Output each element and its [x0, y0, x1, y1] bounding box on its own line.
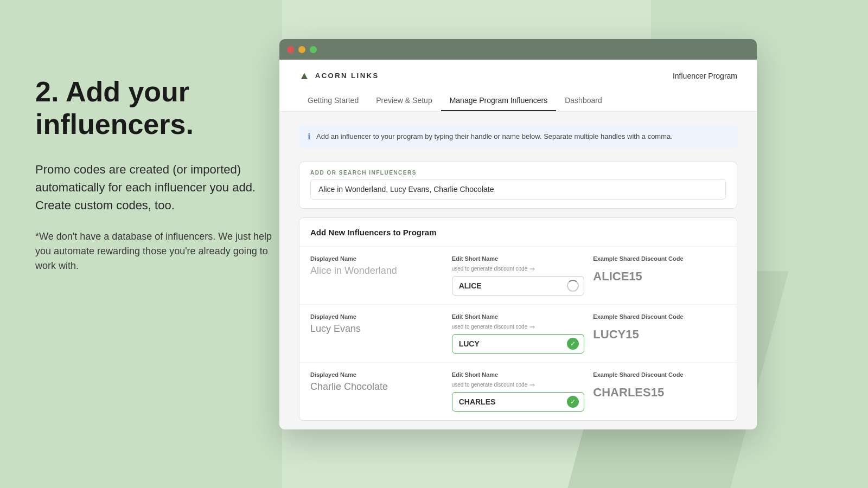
- discount-col-charlie: Example Shared Discount Code CHARLES15: [593, 371, 726, 400]
- short-name-label-lucy: Edit Short Name: [452, 313, 585, 320]
- discount-label-lucy: Example Shared Discount Code: [593, 313, 726, 320]
- short-name-sublabel-alice: used to generate discount code ⇒: [452, 265, 585, 273]
- charlie-name: Charlie Chocolate: [310, 381, 443, 393]
- spinner-icon-alice: [567, 280, 579, 292]
- search-input[interactable]: [310, 179, 726, 200]
- short-name-sublabel-lucy: used to generate discount code ⇒: [452, 323, 585, 331]
- short-name-col-alice: Edit Short Name used to generate discoun…: [452, 255, 585, 296]
- discount-label-charlie: Example Shared Discount Code: [593, 371, 726, 378]
- displayed-name-label-charlie: Displayed Name: [310, 371, 443, 378]
- short-name-input-charlie[interactable]: [452, 392, 585, 412]
- info-text: Add an influencer to your program by typ…: [316, 131, 673, 142]
- alice-name: Alice in Wonderland: [310, 265, 443, 277]
- close-button[interactable]: [287, 46, 294, 53]
- brand-name: ACORN LINKS: [315, 72, 379, 80]
- check-icon-lucy: ✓: [567, 338, 579, 350]
- short-name-input-lucy[interactable]: [452, 334, 585, 354]
- table-row: Displayed Name Charlie Chocolate Edit Sh…: [299, 363, 737, 420]
- brand: ▲ ACORN LINKS: [299, 69, 379, 82]
- panel-header: Add New Influencers to Program: [299, 218, 737, 247]
- left-heading: 2. Add your influencers.: [35, 76, 274, 141]
- tab-getting-started[interactable]: Getting Started: [299, 91, 367, 111]
- panel-title: Add New Influencers to Program: [310, 228, 437, 237]
- left-panel: 2. Add your influencers. Promo codes are…: [35, 76, 274, 288]
- tab-manage-influencers[interactable]: Manage Program Influencers: [441, 91, 557, 111]
- app-header: ▲ ACORN LINKS Influencer Program Getting…: [279, 60, 757, 112]
- check-icon-charlie: ✓: [567, 396, 579, 408]
- alice-code: ALICE15: [593, 265, 726, 284]
- lucy-code: LUCY15: [593, 323, 726, 342]
- displayed-name-label: Displayed Name: [310, 255, 443, 262]
- info-banner: ℹ Add an influencer to your program by t…: [299, 125, 737, 149]
- app-content: ▲ ACORN LINKS Influencer Program Getting…: [279, 60, 757, 429]
- browser-window: ▲ ACORN LINKS Influencer Program Getting…: [279, 39, 757, 429]
- arrow-icon-lucy: ⇒: [529, 323, 535, 331]
- discount-label-alice: Example Shared Discount Code: [593, 255, 726, 262]
- info-icon: ℹ: [308, 132, 311, 142]
- influencers-panel: Add New Influencers to Program Displayed…: [299, 217, 737, 421]
- short-name-input-alice[interactable]: [452, 276, 585, 296]
- brand-icon: ▲: [299, 69, 310, 82]
- displayed-name-col-lucy: Displayed Name Lucy Evans: [310, 313, 443, 335]
- search-input-wrap: [299, 179, 737, 208]
- search-label: ADD OR SEARCH INFLUENCERS: [299, 162, 737, 179]
- maximize-button[interactable]: [310, 46, 317, 53]
- main-area: ℹ Add an influencer to your program by t…: [279, 112, 757, 429]
- left-footnote: *We don't have a database of influencers…: [35, 229, 274, 273]
- short-name-sublabel-charlie: used to generate discount code ⇒: [452, 381, 585, 389]
- short-name-label-charlie: Edit Short Name: [452, 371, 585, 378]
- tab-preview-setup[interactable]: Preview & Setup: [367, 91, 441, 111]
- arrow-icon-charlie: ⇒: [529, 381, 535, 389]
- short-name-wrap-charlie: ✓: [452, 392, 585, 412]
- left-body: Promo codes are created (or imported) au…: [35, 160, 274, 214]
- displayed-name-col-alice: Displayed Name Alice in Wonderland: [310, 255, 443, 277]
- title-bar: [279, 39, 757, 60]
- app-header-top: ▲ ACORN LINKS Influencer Program: [299, 69, 737, 82]
- short-name-col-charlie: Edit Short Name used to generate discoun…: [452, 371, 585, 412]
- search-section: ADD OR SEARCH INFLUENCERS: [299, 162, 737, 209]
- arrow-icon-alice: ⇒: [529, 265, 535, 273]
- tab-dashboard[interactable]: Dashboard: [556, 91, 611, 111]
- table-row: Displayed Name Lucy Evans Edit Short Nam…: [299, 305, 737, 363]
- short-name-wrap-lucy: ✓: [452, 334, 585, 354]
- discount-col-lucy: Example Shared Discount Code LUCY15: [593, 313, 726, 342]
- table-row: Displayed Name Alice in Wonderland Edit …: [299, 247, 737, 305]
- charlie-code: CHARLES15: [593, 381, 726, 400]
- program-label: Influencer Program: [673, 72, 737, 80]
- short-name-col-lucy: Edit Short Name used to generate discoun…: [452, 313, 585, 354]
- displayed-name-label-lucy: Displayed Name: [310, 313, 443, 320]
- discount-col-alice: Example Shared Discount Code ALICE15: [593, 255, 726, 284]
- minimize-button[interactable]: [298, 46, 305, 53]
- short-name-label-alice: Edit Short Name: [452, 255, 585, 262]
- tab-bar: Getting Started Preview & Setup Manage P…: [299, 91, 737, 111]
- displayed-name-col-charlie: Displayed Name Charlie Chocolate: [310, 371, 443, 393]
- short-name-wrap-alice: [452, 276, 585, 296]
- lucy-name: Lucy Evans: [310, 323, 443, 335]
